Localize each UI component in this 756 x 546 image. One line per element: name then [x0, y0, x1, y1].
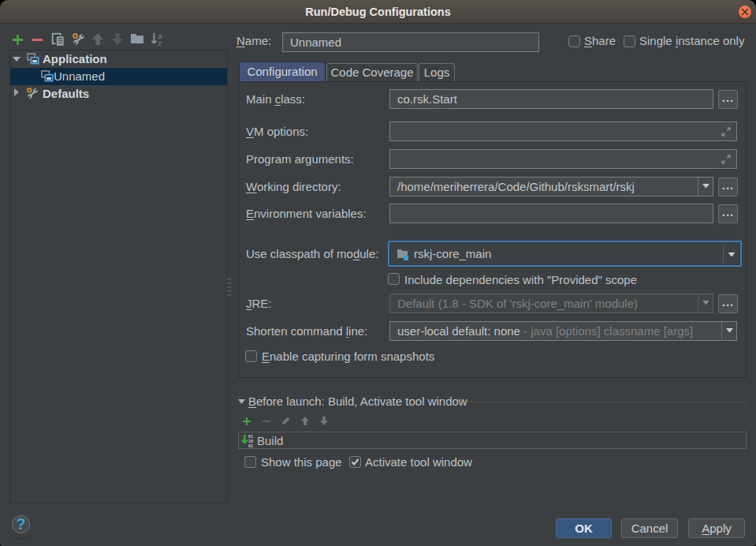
svg-text:z: z	[158, 39, 162, 47]
svg-text:01: 01	[248, 443, 253, 447]
